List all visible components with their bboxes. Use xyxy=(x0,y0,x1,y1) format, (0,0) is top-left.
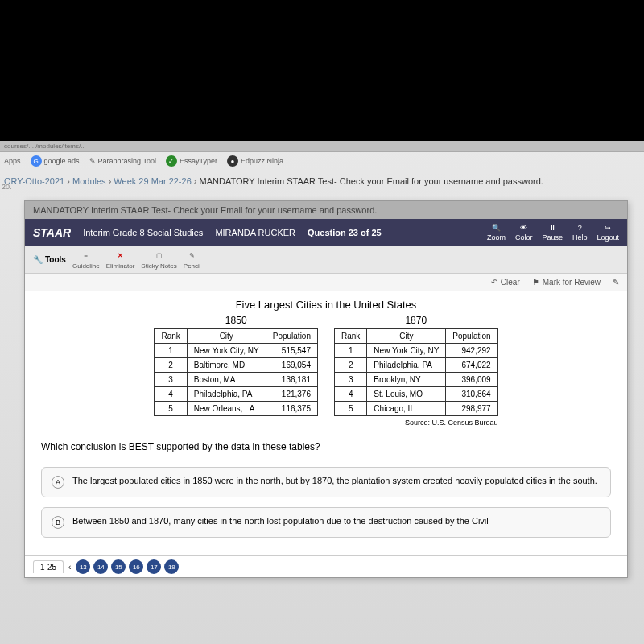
help-icon: ? xyxy=(578,224,582,232)
question-content: Five Largest Cities in the United States… xyxy=(25,291,627,555)
question-text: Which conclusion is BEST supported by th… xyxy=(41,441,611,452)
breadcrumb-item: MANDATORY Interim STAAR Test- Check your… xyxy=(200,176,543,186)
answer-a[interactable]: A The largest populated cities in 1850 w… xyxy=(41,467,611,497)
flag-icon: ⚑ xyxy=(532,278,539,287)
help-button[interactable]: ?Help xyxy=(572,224,588,242)
essaytyper-bookmark[interactable]: ✓ EssayTyper xyxy=(166,155,217,167)
sticky-tool[interactable]: ▢Sticky Notes xyxy=(141,250,176,270)
answer-b-letter: B xyxy=(52,516,64,529)
table-1850: 1850 RankCityPopulation 1New York City, … xyxy=(154,315,318,427)
edpuzz-icon: ● xyxy=(227,155,238,167)
pagination-bar: 1-25 ‹ 13 14 15 16 17 18 xyxy=(25,555,627,577)
x-icon: ✕ xyxy=(115,250,126,261)
mark-review-button[interactable]: ⚑Mark for Review xyxy=(532,278,601,287)
color-button[interactable]: 👁Color xyxy=(515,224,533,242)
pause-icon: ⏸ xyxy=(549,224,556,232)
data-table-1870: RankCityPopulation 1New York City, NY942… xyxy=(334,328,498,416)
table-row: 2Baltimore, MD169,054 xyxy=(155,358,318,373)
edit-icon: ✎ xyxy=(613,278,619,287)
table-row: 1New York City, NY515,547 xyxy=(155,344,318,358)
google-icon: G xyxy=(31,155,42,167)
quill-icon: ✎ xyxy=(89,157,96,165)
eye-icon: 👁 xyxy=(520,224,527,232)
page-dot[interactable]: 15 xyxy=(111,559,126,574)
prev-arrow-icon[interactable]: ‹ xyxy=(68,563,71,572)
edit-button[interactable]: ✎ xyxy=(613,278,619,287)
page-dot[interactable]: 13 xyxy=(76,559,90,574)
action-bar: ↶Clear ⚑Mark for Review ✎ xyxy=(25,274,627,291)
source-text: Source: U.S. Census Bureau xyxy=(334,419,498,427)
breadcrumb-week[interactable]: Week 29 Mar 22-26 xyxy=(114,176,191,186)
bookmarks-bar: Apps G google ads ✎ Paraphrasing Tool ✓ … xyxy=(0,152,644,170)
apps-bookmark[interactable]: Apps xyxy=(4,157,21,165)
note-icon: ▢ xyxy=(154,250,165,261)
breadcrumb: ORY-Otto-2021 › Modules › Week 29 Mar 22… xyxy=(0,170,644,192)
table-row: 3Boston, MA136,181 xyxy=(155,373,318,387)
year-1850: 1850 xyxy=(154,315,318,326)
page-dot[interactable]: 17 xyxy=(147,559,161,574)
zoom-button[interactable]: 🔍Zoom xyxy=(487,224,506,242)
page-dot[interactable]: 14 xyxy=(93,559,108,574)
year-1870: 1870 xyxy=(334,315,498,326)
table-1870: 1870 RankCityPopulation 1New York City, … xyxy=(334,315,498,427)
data-table-1850: RankCityPopulation 1New York City, NY515… xyxy=(154,328,318,416)
edpuzz-bookmark[interactable]: ● Edpuzz Ninja xyxy=(227,155,283,167)
black-border-top xyxy=(0,0,644,141)
test-frame: MANDATORY Interim STAAR Test- Check your… xyxy=(24,200,628,578)
logout-button[interactable]: ↪Logout xyxy=(597,224,619,242)
pause-button[interactable]: ⏸Pause xyxy=(542,224,563,242)
test-subtitle: Interim Grade 8 Social Studies xyxy=(83,228,203,237)
pencil-tool[interactable]: ✎Pencil xyxy=(184,250,201,270)
undo-icon: ↶ xyxy=(491,278,497,287)
answer-a-text: The largest populated cities in 1850 wer… xyxy=(72,476,597,489)
left-note: 20. xyxy=(0,181,14,192)
tools-label: 🔧Tools xyxy=(33,255,66,264)
table-row: 5New Orleans, LA116,375 xyxy=(155,402,318,416)
frame-title: MANDATORY Interim STAAR Test- Check your… xyxy=(25,201,627,219)
browser-viewport: courses/... /modules/items/... Apps G go… xyxy=(0,141,644,644)
url-bar[interactable]: courses/... /modules/items/... xyxy=(0,141,644,152)
page-dot[interactable]: 18 xyxy=(164,559,179,574)
check-icon: ✓ xyxy=(166,155,177,167)
student-name: MIRANDA RUCKER xyxy=(215,228,295,237)
answer-b[interactable]: B Between 1850 and 1870, many cities in … xyxy=(41,507,611,538)
tables-row: 1850 RankCityPopulation 1New York City, … xyxy=(41,315,611,427)
breadcrumb-modules[interactable]: Modules xyxy=(72,176,106,186)
wrench-icon: 🔧 xyxy=(33,255,43,264)
page-dot[interactable]: 16 xyxy=(129,559,143,574)
logout-icon: ↪ xyxy=(605,224,611,232)
table-row: 3Brooklyn, NY396,009 xyxy=(335,373,498,387)
page-range-tab[interactable]: 1-25 xyxy=(33,560,64,573)
table-row: 4Philadelphia, PA121,376 xyxy=(155,387,318,402)
answer-a-letter: A xyxy=(52,476,64,489)
eliminator-tool[interactable]: ✕Eliminator xyxy=(106,250,135,270)
table-row: 4St. Louis, MO310,864 xyxy=(335,387,498,402)
zoom-icon: 🔍 xyxy=(492,224,501,232)
question-counter: Question 23 of 25 xyxy=(308,228,382,237)
clear-button[interactable]: ↶Clear xyxy=(491,278,520,287)
staar-logo: STAAR xyxy=(33,226,71,239)
pencil-icon: ✎ xyxy=(187,250,198,261)
table-row: 5Chicago, IL298,977 xyxy=(335,402,498,416)
staar-header: STAAR Interim Grade 8 Social Studies MIR… xyxy=(25,219,627,246)
answer-b-text: Between 1850 and 1870, many cities in th… xyxy=(72,516,489,529)
tables-title: Five Largest Cities in the United States xyxy=(41,299,611,311)
tools-bar: 🔧Tools ≡Guideline ✕Eliminator ▢Sticky No… xyxy=(25,246,627,274)
table-row: 1New York City, NY942,292 xyxy=(335,344,498,358)
lines-icon: ≡ xyxy=(80,250,92,261)
google-bookmark[interactable]: G google ads xyxy=(31,155,80,167)
table-row: 2Philadelphia, PA674,022 xyxy=(335,358,498,373)
paraphrase-bookmark[interactable]: ✎ Paraphrasing Tool xyxy=(89,157,156,165)
guideline-tool[interactable]: ≡Guideline xyxy=(72,250,100,270)
